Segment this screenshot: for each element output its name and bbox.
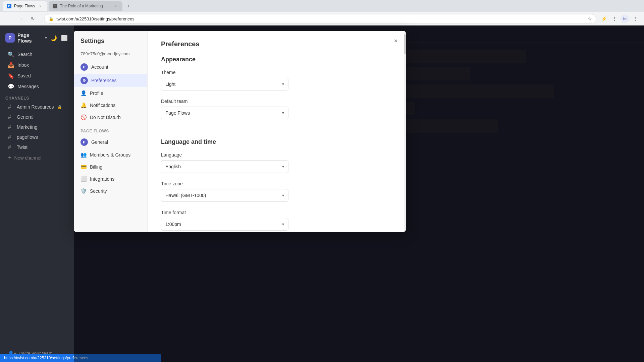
workspace-chevron-icon: ▾ (45, 36, 47, 40)
address-url: twist.com/a/225310/settings/preferences (56, 16, 585, 21)
sidebar-item-inbox[interactable]: 📥 Inbox (3, 60, 71, 70)
billing-icon: 💳 (80, 164, 87, 170)
default-team-label: Default team (161, 99, 392, 104)
settings-nav-profile[interactable]: 👤 Profile (74, 87, 147, 99)
hash-icon: # (8, 124, 14, 130)
tab-2-favicon: T (53, 4, 57, 8)
theme-chevron-icon: ▾ (282, 82, 284, 86)
plus-icon: + (8, 154, 12, 161)
sidebar-messages-label: Messages (17, 84, 39, 89)
channel-general[interactable]: # General (3, 112, 71, 122)
timezone-select[interactable]: Hawaii (GMT-1000) ▾ (161, 189, 288, 202)
sidebar-item-messages[interactable]: 💬 Messages (3, 81, 71, 92)
language-time-section-title: Language and time (161, 138, 392, 145)
settings-pageflows-header: Page Flows (74, 123, 147, 135)
settings-members-label: Members & Groups (90, 152, 130, 158)
default-team-chevron-icon: ▾ (282, 111, 284, 115)
bookmarks-button[interactable]: ⋮ (610, 14, 619, 23)
settings-content: × Preferences Appearance Theme Light ▾ D… (148, 31, 406, 232)
new-channel-label: New channel (14, 155, 42, 161)
settings-content-title: Preferences (161, 40, 392, 48)
hash-icon: # (8, 114, 14, 120)
settings-nav-preferences[interactable]: ⚙ Preferences (74, 74, 147, 87)
settings-close-button[interactable]: × (391, 36, 400, 46)
settings-modal: Settings 789e75c0@moodjoy.com P Account … (74, 31, 406, 232)
extensions-button[interactable]: ⚡ (599, 14, 608, 23)
timeformat-chevron-icon: ▾ (282, 222, 284, 227)
hash-icon: # (8, 134, 14, 140)
workspace-icon: P (5, 33, 15, 43)
security-icon: 🛡️ (80, 188, 87, 194)
settings-integrations-label: Integrations (90, 176, 114, 182)
star-icon: ☆ (588, 16, 592, 21)
settings-nav-pf-general[interactable]: P General (74, 135, 147, 149)
channel-marketing[interactable]: # Marketing (3, 122, 71, 132)
preferences-icon: ⚙ (80, 77, 88, 84)
tab-bar: P Page Flows × T The Role of a Marketing… (0, 0, 644, 12)
channels-header: Channels (0, 92, 74, 102)
members-icon: 👥 (80, 152, 87, 158)
tab-2-close[interactable]: × (113, 3, 118, 9)
settings-nav-dnd[interactable]: 🚫 Do Not Disturb (74, 111, 147, 123)
language-select[interactable]: English ▾ (161, 160, 288, 173)
channel-twist-label: Twist (17, 144, 28, 150)
profile-button[interactable]: In (621, 14, 629, 23)
timezone-chevron-icon: ▾ (282, 193, 284, 198)
settings-billing-label: Billing (90, 164, 102, 170)
sidebar-search-label: Search (17, 52, 32, 57)
settings-nav-integrations[interactable]: ⬜ Integrations (74, 173, 147, 185)
reload-button[interactable]: ↻ (28, 14, 38, 23)
language-value: English (165, 164, 181, 169)
language-field: Language English ▾ (161, 152, 392, 173)
settings-user-email: 789e75c0@moodjoy.com (74, 50, 147, 60)
channel-admin[interactable]: # Admin Resources 🔒 (3, 102, 71, 112)
lock-small-icon: 🔒 (57, 105, 62, 109)
browser-chrome: P Page Flows × T The Role of a Marketing… (0, 0, 644, 25)
address-bar[interactable]: 🔒 twist.com/a/225310/settings/preference… (44, 14, 596, 23)
new-channel-button[interactable]: + New channel (3, 153, 71, 163)
search-icon: 🔍 (8, 51, 14, 57)
channel-twist[interactable]: # Twist (3, 142, 71, 152)
workspace-header: P Page Flows ▾ 🌙 ⬜ (0, 29, 74, 46)
settings-nav-billing[interactable]: 💳 Billing (74, 161, 147, 173)
divider (161, 129, 392, 129)
theme-field: Theme Light ▾ (161, 70, 392, 90)
sidebar: P Page Flows ▾ 🌙 ⬜ 🔍 Search 📥 Inbox 🔖 Sa… (0, 25, 74, 362)
forward-button[interactable]: → (16, 14, 25, 23)
settings-nav-notifications[interactable]: 🔔 Notifications (74, 99, 147, 111)
default-team-field: Default team Page Flows ▾ (161, 99, 392, 119)
default-team-select[interactable]: Page Flows ▾ (161, 107, 288, 119)
workspace-name: Page Flows (17, 32, 41, 44)
pf-general-icon: P (80, 138, 88, 146)
channel-pageflows-label: pageflows (17, 134, 38, 140)
channel-general-label: General (17, 114, 34, 120)
settings-nav-members[interactable]: 👥 Members & Groups (74, 149, 147, 161)
scrollbar[interactable] (404, 31, 406, 232)
sidebar-item-saved[interactable]: 🔖 Saved (3, 71, 71, 81)
channel-admin-label: Admin Resources (17, 104, 54, 110)
profile-icon: 👤 (80, 90, 87, 96)
tab-1-close[interactable]: × (38, 3, 43, 9)
layout-icon[interactable]: ⬜ (60, 34, 68, 42)
tab-2[interactable]: T The Role of a Marketing Depart... × (49, 1, 122, 11)
theme-label: Theme (161, 70, 392, 75)
sidebar-inbox-label: Inbox (17, 62, 29, 68)
moon-icon[interactable]: 🌙 (50, 34, 58, 42)
theme-select[interactable]: Light ▾ (161, 78, 288, 90)
timeformat-select[interactable]: 1:00pm ▾ (161, 218, 288, 231)
back-button[interactable]: ← (4, 14, 13, 23)
settings-dnd-label: Do Not Disturb (90, 115, 121, 120)
settings-profile-label: Profile (90, 90, 103, 96)
more-button[interactable]: ⋮ (631, 14, 640, 23)
new-tab-button[interactable]: + (124, 1, 133, 11)
hash-icon: # (8, 144, 14, 150)
sidebar-item-search[interactable]: 🔍 Search (3, 49, 71, 59)
settings-nav-account[interactable]: P Account (74, 60, 147, 74)
tab-2-title: The Role of a Marketing Depart... (60, 4, 110, 8)
tab-1[interactable]: P Page Flows × (3, 1, 47, 11)
settings-security-label: Security (90, 188, 107, 194)
language-label: Language (161, 152, 392, 158)
browser-actions: ⚡ ⋮ In ⋮ (599, 14, 640, 23)
settings-nav-security[interactable]: 🛡️ Security (74, 185, 147, 197)
channel-pageflows[interactable]: # pageflows (3, 132, 71, 142)
